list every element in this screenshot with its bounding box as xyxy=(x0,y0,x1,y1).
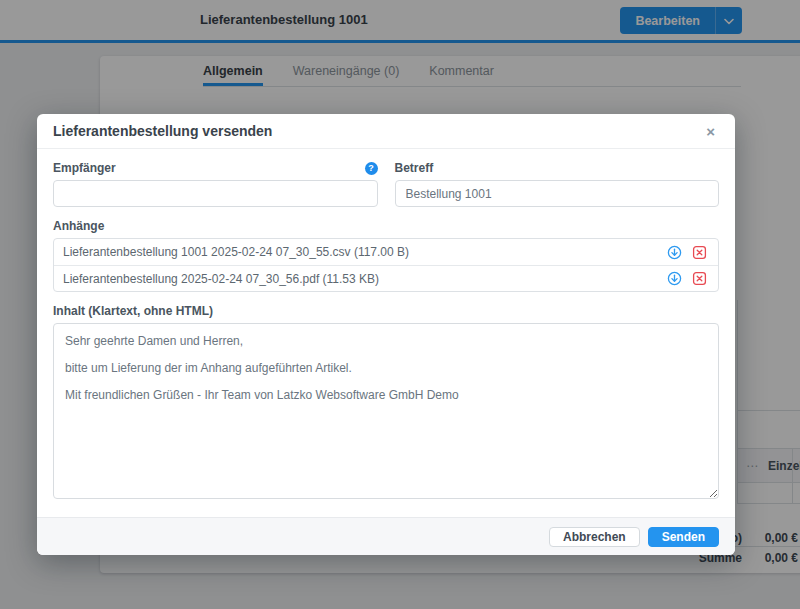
attachment-row: Lieferantenbestellung 2025-02-24 07_30_5… xyxy=(54,265,718,291)
modal-body: Empfänger ? Betreff Anhänge Lieferantenb… xyxy=(37,149,735,517)
subject-label: Betreff xyxy=(395,161,434,175)
download-icon[interactable] xyxy=(665,244,684,261)
message-body-textarea[interactable]: Sehr geehrte Damen und Herren, bitte um … xyxy=(53,323,719,499)
cancel-button[interactable]: Abbrechen xyxy=(549,527,640,547)
attachments-list: Lieferantenbestellung 1001 2025-02-24 07… xyxy=(53,238,719,292)
close-icon[interactable]: × xyxy=(702,122,719,141)
recipient-input[interactable] xyxy=(53,180,378,207)
delete-attachment-icon[interactable] xyxy=(690,270,709,287)
attachments-label: Anhänge xyxy=(53,219,719,233)
delete-attachment-icon[interactable] xyxy=(690,244,709,261)
modal-title: Lieferantenbestellung versenden xyxy=(53,123,272,139)
subject-field-group: Betreff xyxy=(395,160,720,207)
body-label: Inhalt (Klartext, ohne HTML) xyxy=(53,304,719,318)
download-icon[interactable] xyxy=(665,270,684,287)
attachment-filename: Lieferantenbestellung 1001 2025-02-24 07… xyxy=(63,245,665,259)
modal-header: Lieferantenbestellung versenden × xyxy=(37,114,735,149)
modal-footer: Abbrechen Senden xyxy=(37,517,735,555)
screen: Lieferantenbestellung 1001 Bearbeiten Al… xyxy=(0,0,800,609)
recipient-field-group: Empfänger ? xyxy=(53,160,378,207)
send-order-modal: Lieferantenbestellung versenden × Empfän… xyxy=(37,114,735,555)
recipient-label: Empfänger xyxy=(53,161,116,175)
help-icon[interactable]: ? xyxy=(365,162,378,175)
send-button[interactable]: Senden xyxy=(648,527,719,547)
attachment-filename: Lieferantenbestellung 2025-02-24 07_30_5… xyxy=(63,272,665,286)
attachment-row: Lieferantenbestellung 1001 2025-02-24 07… xyxy=(54,239,718,265)
subject-input[interactable] xyxy=(395,180,720,207)
